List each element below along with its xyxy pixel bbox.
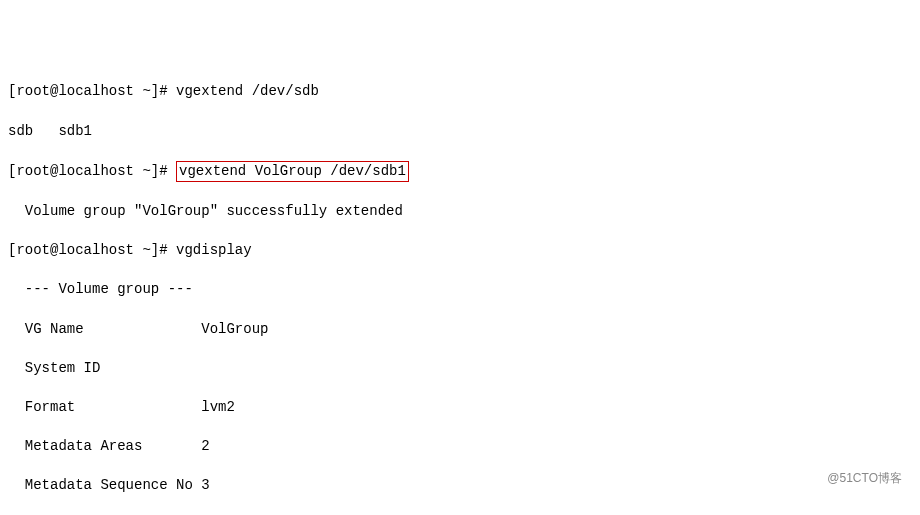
vg-key: Metadata Areas — [8, 438, 201, 454]
watermark-text: @51CTO博客 — [827, 470, 902, 487]
vg-row: Metadata Areas 2 — [8, 437, 912, 457]
command-text: vgextend /dev/sdb — [176, 83, 319, 99]
vg-key: VG Name — [8, 321, 201, 337]
vg-value: VolGroup — [201, 321, 268, 337]
vg-header: --- Volume group --- — [8, 280, 912, 300]
terminal-output: sdb sdb1 — [8, 122, 912, 142]
command-text: vgdisplay — [176, 242, 252, 258]
vg-value: 3 — [201, 477, 209, 493]
shell-prompt: [root@localhost ~]# — [8, 242, 176, 258]
vg-row: Metadata Sequence No 3 — [8, 476, 912, 496]
vg-value: 2 — [201, 438, 209, 454]
vg-row: VG Name VolGroup — [8, 320, 912, 340]
terminal-line: [root@localhost ~]# vgdisplay — [8, 241, 912, 261]
shell-prompt: [root@localhost ~]# — [8, 83, 176, 99]
vg-row: System ID — [8, 359, 912, 379]
vg-key: Metadata Sequence No — [8, 477, 201, 493]
vg-key: System ID — [8, 360, 201, 376]
terminal-output: Volume group "VolGroup" successfully ext… — [8, 202, 912, 222]
highlighted-command: vgextend VolGroup /dev/sdb1 — [176, 161, 409, 183]
vg-row: Format lvm2 — [8, 398, 912, 418]
vg-value: lvm2 — [201, 399, 235, 415]
terminal-line: [root@localhost ~]# vgextend /dev/sdb — [8, 82, 912, 102]
shell-prompt: [root@localhost ~]# — [8, 163, 176, 179]
terminal-line: [root@localhost ~]# vgextend VolGroup /d… — [8, 161, 912, 183]
vg-key: Format — [8, 399, 201, 415]
